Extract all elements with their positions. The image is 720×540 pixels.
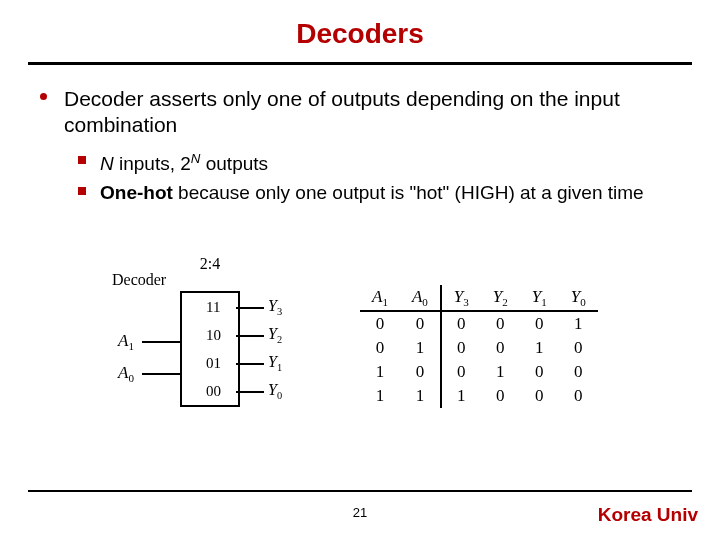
wire-y3 (236, 307, 264, 309)
wire-a1 (142, 341, 180, 343)
output-y0: Y0 (268, 381, 282, 401)
wire-a0 (142, 373, 180, 375)
dec-row-10: 10 (206, 327, 221, 344)
decoder-ratio: 2:4 (180, 255, 240, 273)
input-a0: A0 (118, 363, 134, 384)
sub-bullet-1: N inputs, 2N outputs (78, 150, 680, 177)
truth-table: A1 A0 Y3 Y2 Y1 Y0 00 0001 01 0 (360, 285, 598, 408)
dec-row-01: 01 (206, 355, 221, 372)
sub1-sup: N (191, 151, 201, 166)
output-y3: Y3 (268, 297, 282, 317)
dec-row-11: 11 (206, 299, 220, 316)
sub1-post: outputs (200, 153, 268, 174)
table-row: 10 0100 (360, 360, 598, 384)
th-y3: Y3 (441, 285, 481, 311)
wire-y0 (236, 391, 264, 393)
table-row: 00 0001 (360, 311, 598, 336)
rule-bottom (28, 490, 692, 492)
truth-body: 00 0001 01 0010 10 0100 11 1000 (360, 311, 598, 408)
th-y0: Y0 (559, 285, 598, 311)
wire-y1 (236, 363, 264, 365)
sub1-n: N (100, 153, 114, 174)
th-y1: Y1 (520, 285, 559, 311)
slide-title: Decoders (0, 0, 720, 50)
wire-y2 (236, 335, 264, 337)
dec-row-00: 00 (206, 383, 221, 400)
sub2-bold: One-hot (100, 182, 173, 203)
square-bullet-icon (78, 156, 86, 164)
table-row: 01 0010 (360, 336, 598, 360)
main-bullet: Decoder asserts only one of outputs depe… (40, 86, 690, 139)
sub2-rest: because only one output is "hot" (HIGH) … (173, 182, 644, 203)
output-y1: Y1 (268, 353, 282, 373)
th-y2: Y2 (481, 285, 520, 311)
footer-brand: Korea Univ (598, 504, 698, 526)
th-a1: A1 (360, 285, 400, 311)
output-y2: Y2 (268, 325, 282, 345)
bullet-dot-icon (40, 93, 47, 100)
sub-bullet-list: N inputs, 2N outputs One-hot because onl… (78, 150, 680, 210)
square-bullet-icon (78, 187, 86, 195)
decoder-name: Decoder (112, 271, 166, 289)
table-row: 11 1000 (360, 384, 598, 408)
sub-bullet-2: One-hot because only one output is "hot"… (78, 181, 680, 206)
decoder-figure: 2:4 Decoder A1 A0 11 10 01 00 Y3 Y2 Y1 Y… (90, 255, 630, 455)
input-a1: A1 (118, 331, 134, 352)
th-a0: A0 (400, 285, 441, 311)
main-bullet-text: Decoder asserts only one of outputs depe… (64, 86, 690, 139)
rule-top (28, 62, 692, 65)
sub1-mid: inputs, 2 (114, 153, 191, 174)
